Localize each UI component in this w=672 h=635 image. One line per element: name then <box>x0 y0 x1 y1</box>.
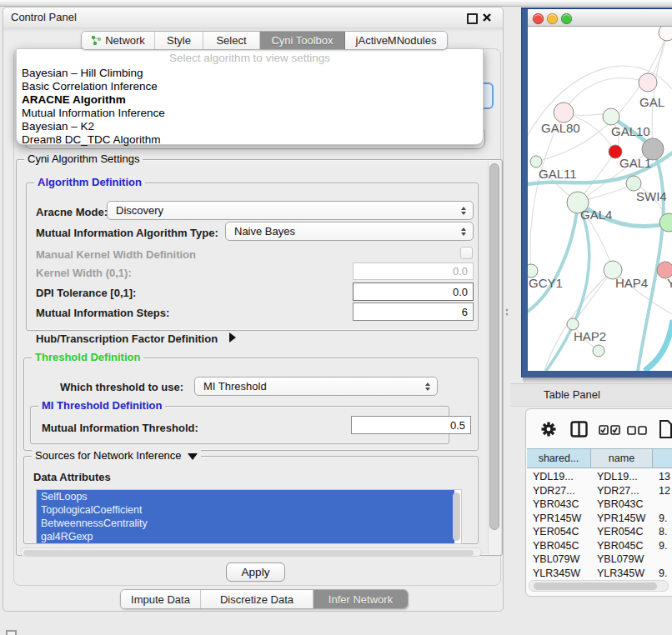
hub-definition-toggle[interactable]: Hub/Transcription Factor Definition <box>36 332 236 345</box>
node-label: Y <box>667 276 672 290</box>
mi-threshold-field[interactable]: 0.5 <box>351 416 471 434</box>
window-minimize-button[interactable] <box>547 13 558 24</box>
cyni-algorithm-settings-title: Cyni Algorithm Settings <box>24 152 143 165</box>
cell: YPR145W <box>527 512 591 526</box>
dpi-tolerance-field[interactable]: 0.0 <box>353 282 474 301</box>
tab-network-label: Network <box>105 34 145 47</box>
which-threshold-combo[interactable]: MI Threshold <box>194 377 438 396</box>
table-row[interactable]: YBL079W YBL079W <box>527 552 672 567</box>
apply-button[interactable]: Apply <box>226 562 285 582</box>
network-canvas[interactable]: GAL GAL80 GAL10 GAL1 GAL11 GAL4 SWI4 GCY… <box>528 27 672 371</box>
minimized-panel-icon[interactable] <box>6 630 17 635</box>
cell: 13 <box>653 470 672 484</box>
cell: YLR345W <box>591 567 653 581</box>
node-label: SWI4 <box>636 189 667 203</box>
network-edge-cyan <box>644 320 672 371</box>
sources-header[interactable]: Sources for Network Inference <box>32 449 201 462</box>
select-all-checkboxes-icon[interactable] <box>599 425 620 435</box>
dropdown-item[interactable]: Basic Correlation Inference <box>22 80 158 92</box>
node-label: GAL11 <box>539 167 577 181</box>
cyni-bottom-tabbar: Impute Data Discretize Data Infer Networ… <box>120 589 409 609</box>
tab-style[interactable]: Style <box>155 32 203 49</box>
tab-select-label: Select <box>216 34 246 47</box>
mi-algorithm-type-value: Naive Bayes <box>234 225 295 238</box>
mi-steps-value: 6 <box>462 306 468 318</box>
dropdown-item[interactable]: Dream8 DC_TDC Algorithm <box>22 133 161 146</box>
table-horizontal-scrollbar-thumb[interactable] <box>534 582 657 590</box>
combo-stepper-icon <box>461 228 466 236</box>
cell: YBL079W <box>591 552 653 567</box>
aracne-mode-combo[interactable]: Discovery <box>107 201 474 220</box>
table-row[interactable]: YPR145W YPR145W 9. <box>527 512 672 526</box>
cell: 9. <box>653 512 672 526</box>
float-window-icon[interactable] <box>467 13 478 24</box>
dropdown-item[interactable]: Mutual Information Inference <box>22 107 165 119</box>
gear-icon[interactable] <box>541 422 556 437</box>
list-scrollbar-thumb[interactable] <box>453 492 460 541</box>
dropdown-item[interactable]: Bayesian – Hill Climbing <box>22 67 143 79</box>
list-item[interactable]: BetweennessCentrality <box>37 517 454 530</box>
which-threshold-value: MI Threshold <box>203 380 267 392</box>
list-item[interactable]: SelfLoops <box>37 490 454 503</box>
tab-jactivemnodules-label: jActiveMNodules <box>356 34 437 47</box>
mi-steps-field[interactable]: 6 <box>353 302 474 321</box>
algorithm-definition-title: Algorithm Definition <box>34 176 145 188</box>
network-node[interactable] <box>554 102 574 122</box>
tab-impute-data[interactable]: Impute Data <box>121 590 201 608</box>
data-attributes-list[interactable]: SelfLoops TopologicalCoefficient Between… <box>36 489 462 544</box>
network-node[interactable] <box>593 345 604 357</box>
tab-select[interactable]: Select <box>203 32 260 49</box>
tab-infer-network[interactable]: Infer Network <box>313 590 408 608</box>
column-header-name[interactable]: name <box>591 448 653 468</box>
network-node[interactable] <box>567 318 579 330</box>
hub-definition-label: Hub/Transcription Factor Definition <box>36 332 218 345</box>
column-header-third[interactable]: A <box>653 448 672 468</box>
window-close-button[interactable] <box>533 13 544 24</box>
deselect-all-checkboxes-icon[interactable] <box>627 426 647 435</box>
table-row[interactable]: YLR345W YLR345W 9. <box>527 567 672 581</box>
window-zoom-button[interactable] <box>561 13 572 24</box>
table-horizontal-scrollbar[interactable] <box>529 580 669 592</box>
cell: YDL19... <box>591 470 653 484</box>
sources-collapse-icon[interactable] <box>188 453 198 460</box>
settings-vertical-scrollbar-thumb[interactable] <box>489 163 499 530</box>
cell: 9. <box>653 567 672 581</box>
network-node[interactable] <box>639 73 657 92</box>
tab-style-label: Style <box>167 34 191 47</box>
settings-horizontal-scrollbar-thumb[interactable] <box>23 550 474 556</box>
network-window-shadow <box>523 378 672 383</box>
table-row[interactable]: YBR045C YBR045C 9. <box>527 539 672 553</box>
network-node[interactable] <box>659 27 672 41</box>
settings-vertical-scrollbar[interactable] <box>488 161 502 554</box>
dropdown-item[interactable]: Bayesian – K2 <box>22 120 94 132</box>
list-item[interactable]: TopologicalCoefficient <box>37 503 454 517</box>
mi-threshold-definition-title: MI Threshold Definition <box>38 399 165 412</box>
close-icon[interactable] <box>482 12 492 22</box>
tab-jactivemnodules[interactable]: jActiveMNodules <box>345 32 447 49</box>
cell: YER054C <box>527 525 591 539</box>
network-node[interactable] <box>603 108 619 125</box>
cell: YBR043C <box>591 498 653 512</box>
dpi-tolerance-value: 0.0 <box>453 286 468 298</box>
panel-splitter-handle[interactable] <box>505 308 509 316</box>
table-row[interactable]: YDR27... YDR27... 12 <box>527 484 672 498</box>
network-node[interactable] <box>530 156 542 168</box>
settings-horizontal-scrollbar[interactable] <box>20 548 482 557</box>
table-row[interactable]: YDL19... YDL19... 13 <box>527 470 672 484</box>
combo-stepper-icon <box>461 207 466 215</box>
table-row[interactable]: YBR043C YBR043C <box>527 498 672 512</box>
kernel-width-field[interactable]: 0.0 <box>353 262 474 280</box>
tab-cyni-toolbox[interactable]: Cyni Toolbox <box>260 32 345 49</box>
mi-algorithm-type-combo[interactable]: Naive Bayes <box>225 222 474 241</box>
table-row[interactable]: YER054C YER054C 8. <box>527 525 672 539</box>
document-icon[interactable] <box>659 419 672 439</box>
tab-discretize-data[interactable]: Discretize Data <box>201 590 313 608</box>
column-header-shared[interactable]: shared... <box>527 448 591 468</box>
hub-expand-icon[interactable] <box>229 332 236 342</box>
columns-icon[interactable] <box>570 421 588 438</box>
manual-kernel-checkbox[interactable] <box>460 247 473 259</box>
list-item[interactable]: gal4RGexp <box>37 530 454 543</box>
dropdown-item-selected[interactable]: ARACNE Algorithm <box>22 93 126 106</box>
tab-network[interactable]: Network <box>82 32 155 49</box>
control-panel-window: Control Panel galFiltered.sif default no… <box>3 7 504 612</box>
